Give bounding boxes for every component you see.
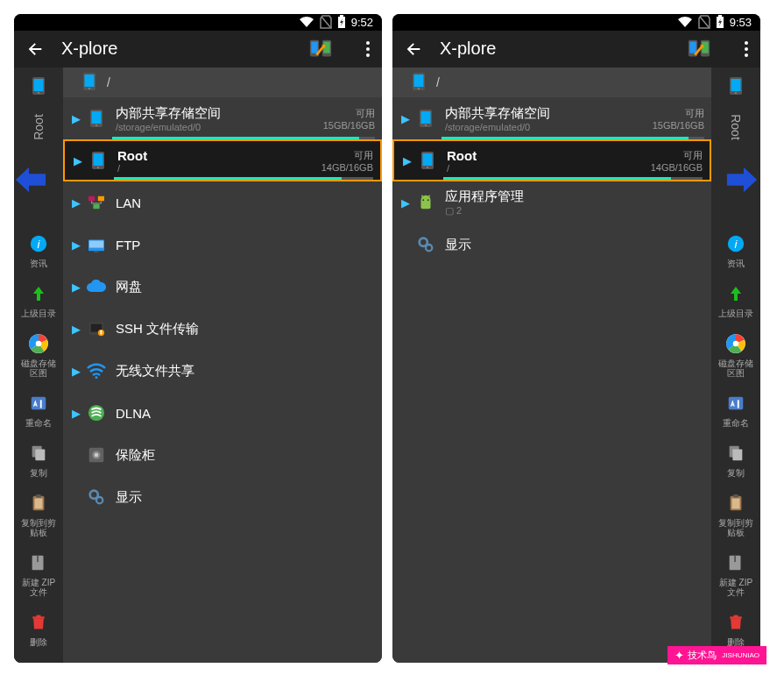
entry-title: 应用程序管理 bbox=[445, 188, 711, 205]
svg-rect-29 bbox=[92, 111, 102, 124]
list-entry-ssh[interactable]: ▶SSH 文件传输 bbox=[63, 308, 382, 350]
side-button-up[interactable]: 上级目录 bbox=[19, 281, 58, 318]
svg-rect-39 bbox=[94, 251, 98, 252]
breadcrumb-path: / bbox=[436, 75, 440, 89]
wifi-icon bbox=[84, 359, 109, 383]
pane-arrow-icon bbox=[14, 164, 49, 195]
svg-rect-26 bbox=[85, 75, 95, 87]
device-icon bbox=[412, 72, 427, 93]
svg-rect-72 bbox=[733, 494, 738, 498]
list-entry-wifi[interactable]: ▶无线文件共享 bbox=[63, 350, 382, 392]
expand-chevron-icon[interactable]: ▶ bbox=[68, 238, 84, 252]
list-entry-gear[interactable]: ▶显示 bbox=[63, 476, 382, 518]
svg-rect-24 bbox=[37, 615, 41, 618]
list-entry-storage[interactable]: ▶内部共享存储空间/storage/emulated/0可用15GB/16GB bbox=[392, 97, 711, 139]
svg-point-79 bbox=[418, 88, 420, 89]
side-button-trash[interactable]: 删除 bbox=[19, 609, 58, 647]
svg-rect-4 bbox=[311, 41, 317, 53]
overflow-menu[interactable] bbox=[739, 36, 753, 62]
device-icon bbox=[82, 72, 98, 93]
app-bar: X-plore bbox=[14, 31, 382, 67]
back-button[interactable] bbox=[25, 39, 46, 60]
expand-chevron-icon[interactable]: ▶ bbox=[68, 196, 84, 210]
side-button-rename[interactable]: 重命名 bbox=[717, 390, 755, 428]
breadcrumb[interactable]: / bbox=[392, 67, 711, 97]
phone-screen-0: 9:52 X-plore Rooti资讯上级目录磁盘存储区图重命名复制复制到剪贴… bbox=[14, 14, 382, 663]
expand-chevron-icon[interactable]: ▶ bbox=[398, 112, 413, 125]
svg-rect-54 bbox=[718, 15, 722, 17]
entry-sub: /storage/emulated/0 bbox=[116, 122, 323, 132]
side-tab-label[interactable]: Root bbox=[729, 114, 743, 140]
overflow-menu[interactable] bbox=[361, 36, 375, 62]
list-entry-storage[interactable]: ▶内部共享存储空间/storage/emulated/0可用15GB/16GB bbox=[63, 97, 382, 139]
entry-avail: 可用 bbox=[354, 149, 373, 162]
svg-point-33 bbox=[97, 167, 99, 168]
list-entry-gear[interactable]: ▶显示 bbox=[392, 224, 711, 266]
entry-size: 15GB/16GB bbox=[323, 120, 375, 131]
gear-icon bbox=[84, 485, 109, 509]
side-button-copy[interactable]: 复制 bbox=[19, 440, 58, 478]
list-entry-android[interactable]: ▶应用程序管理▢ 2 bbox=[392, 181, 711, 224]
expand-chevron-icon[interactable]: ▶ bbox=[70, 154, 86, 167]
main-list: /▶内部共享存储空间/storage/emulated/0可用15GB/16GB… bbox=[392, 67, 711, 663]
entry-avail: 可用 bbox=[685, 107, 704, 120]
side-button-label: 上级目录 bbox=[718, 309, 753, 318]
list-entry-root[interactable]: ▶Root/可用14GB/16GB bbox=[63, 139, 382, 181]
trash-icon bbox=[25, 609, 52, 636]
list-entry-cloud[interactable]: ▶网盘 bbox=[63, 266, 382, 308]
android-icon bbox=[413, 190, 438, 215]
no-sim-icon bbox=[698, 15, 710, 29]
side-button-zip[interactable]: 新建 ZIP 文件 bbox=[717, 550, 755, 597]
side-button-clip[interactable]: 复制到剪贴板 bbox=[19, 490, 58, 537]
side-button-info[interactable]: i资讯 bbox=[717, 231, 755, 268]
svg-rect-34 bbox=[88, 196, 95, 201]
dual-pane-icon[interactable] bbox=[308, 37, 333, 61]
side-button-clip[interactable]: 复制到剪贴板 bbox=[717, 490, 755, 537]
wifi-status-icon bbox=[299, 16, 314, 28]
disk-icon bbox=[25, 330, 52, 357]
expand-chevron-icon[interactable]: ▶ bbox=[68, 281, 84, 294]
side-button-rename[interactable]: 重命名 bbox=[19, 390, 58, 428]
side-button-zip[interactable]: 新建 ZIP 文件 bbox=[19, 550, 58, 597]
expand-chevron-icon[interactable]: ▶ bbox=[399, 154, 415, 167]
list-entry-safe[interactable]: ▶保险柜 bbox=[63, 434, 382, 476]
side-panel: Rooti资讯上级目录磁盘存储区图重命名复制复制到剪贴板新建 ZIP 文件删除 bbox=[14, 67, 63, 663]
svg-line-52 bbox=[700, 17, 709, 27]
side-phone-icon bbox=[724, 73, 747, 99]
expand-chevron-icon[interactable]: ▶ bbox=[398, 196, 413, 210]
side-button-disk[interactable]: 磁盘存储区图 bbox=[19, 330, 58, 378]
svg-rect-69 bbox=[732, 449, 742, 460]
side-tab-label[interactable]: Root bbox=[32, 114, 46, 140]
side-button-label: 新建 ZIP 文件 bbox=[19, 578, 58, 597]
side-button-copy[interactable]: 复制 bbox=[717, 440, 755, 478]
svg-rect-2 bbox=[340, 15, 343, 17]
list-entry-dlna[interactable]: ▶DLNA bbox=[63, 392, 382, 434]
expand-chevron-icon[interactable]: ▶ bbox=[68, 407, 84, 420]
list-entry-root[interactable]: ▶Root/可用14GB/16GB bbox=[392, 139, 711, 181]
svg-point-44 bbox=[100, 332, 102, 334]
entry-title: 内部共享存储空间 bbox=[445, 105, 653, 122]
list-entry-lan[interactable]: ▶LAN bbox=[63, 181, 382, 224]
side-button-info[interactable]: i资讯 bbox=[19, 231, 58, 268]
entry-size: 15GB/16GB bbox=[653, 120, 704, 131]
info-icon: i bbox=[25, 231, 52, 257]
side-button-trash[interactable]: 删除 bbox=[717, 609, 755, 647]
entry-title: Root bbox=[447, 148, 651, 163]
entry-title: 无线文件共享 bbox=[116, 363, 382, 380]
list-entry-ftp[interactable]: ▶FTP bbox=[63, 224, 382, 266]
side-button-up[interactable]: 上级目录 bbox=[717, 281, 755, 318]
svg-point-86 bbox=[422, 199, 424, 201]
dual-pane-icon[interactable] bbox=[687, 37, 711, 61]
expand-chevron-icon[interactable]: ▶ bbox=[68, 112, 84, 125]
entry-sub: ▢ 2 bbox=[445, 205, 711, 217]
dlna-icon bbox=[84, 401, 109, 425]
svg-point-30 bbox=[95, 124, 97, 126]
no-sim-icon bbox=[320, 15, 332, 29]
breadcrumb[interactable]: / bbox=[63, 67, 382, 97]
expand-chevron-icon[interactable]: ▶ bbox=[68, 365, 84, 378]
expand-chevron-icon[interactable]: ▶ bbox=[68, 323, 84, 336]
side-panel: Rooti资讯上级目录磁盘存储区图重命名复制复制到剪贴板新建 ZIP 文件删除 bbox=[711, 67, 760, 663]
back-button[interactable] bbox=[403, 39, 424, 60]
side-button-disk[interactable]: 磁盘存储区图 bbox=[717, 330, 755, 378]
app-bar: X-plore bbox=[392, 31, 760, 67]
